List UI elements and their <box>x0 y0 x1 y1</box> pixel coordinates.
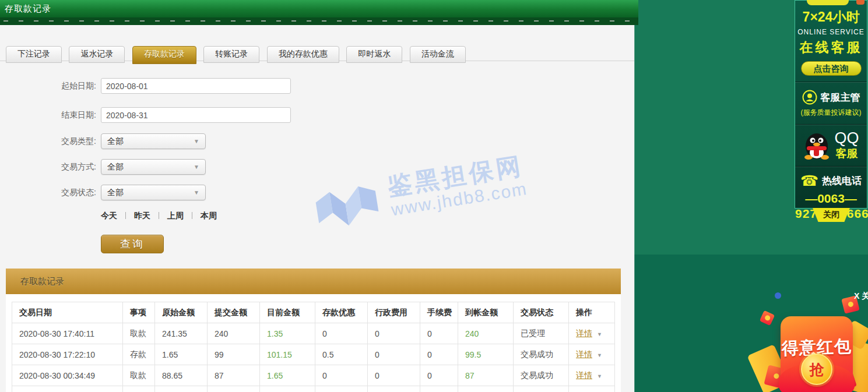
col-fee: 手续费 <box>420 302 458 323</box>
cell-received: 99.5 <box>458 344 514 365</box>
page-title: 存取款记录 <box>0 0 638 15</box>
tab-bar: 下注记录 返水记录 存取款记录 转账记录 我的存款优惠 即时返水 活动金流 <box>6 45 470 61</box>
service-hours-text: 7×24小时 <box>795 8 867 26</box>
phone-icon: ☎ <box>800 174 818 188</box>
tab-activity-flow[interactable]: 活动金流 <box>410 46 466 63</box>
table-header-row: 交易日期 事项 原始金额 提交金额 目前金额 存款优惠 行政费用 手续费 到帐金… <box>12 302 615 323</box>
cell-received: 240 <box>458 323 514 344</box>
cell-date: 2020-08-30 17:40:11 <box>12 323 123 344</box>
quick-link-this-week[interactable]: 本周 <box>201 211 217 220</box>
quick-link-yesterday[interactable]: 昨天 <box>134 211 150 220</box>
service-manager-title: 客服主管 <box>821 91 860 104</box>
cell-status: 交易成功 <box>514 365 569 386</box>
cell-date: 2020-08-30 00:34:49 <box>12 365 123 386</box>
chevron-down-icon[interactable]: ▼ <box>597 373 602 379</box>
quick-date-links: 今天昨天上周本周 <box>101 211 217 221</box>
col-submitted: 提交金额 <box>208 302 260 323</box>
tab-rebate-records[interactable]: 返水记录 <box>69 46 125 63</box>
cell-action: 详情▼ <box>569 344 615 365</box>
page-header: 存取款记录 <box>0 0 638 17</box>
transaction-type-select[interactable]: 全部 ▼ <box>101 133 206 149</box>
quick-link-last-week[interactable]: 上周 <box>167 211 184 220</box>
cell-item: 取款 <box>123 365 155 386</box>
grab-coin-button[interactable]: 抢 <box>801 354 832 385</box>
cell-current: 101.15 <box>260 344 315 365</box>
cell-date: 2020-08-30 17:22:10 <box>12 344 123 365</box>
transaction-type-value: 全部 <box>107 136 124 146</box>
cell-status: 交易成功 <box>514 344 569 365</box>
col-status: 交易状态 <box>514 302 569 323</box>
transaction-method-select[interactable]: 全部 ▼ <box>101 159 206 175</box>
detail-link[interactable]: 详情 <box>576 349 592 359</box>
hotline-title: 热线电话 <box>822 174 862 188</box>
tab-deposit-bonus[interactable]: 我的存款优惠 <box>267 46 339 63</box>
records-page: 存取款记录 下注记录 返水记录 存取款记录 转账记录 我的存款优惠 即时返水 活… <box>0 0 634 392</box>
cell-bonus: 0 <box>315 323 368 344</box>
cell-status: 已受理 <box>514 323 569 344</box>
cell-admin-fee: 0 <box>368 344 420 365</box>
query-button[interactable]: 查询 <box>101 235 164 253</box>
qq-penguin-icon <box>803 130 831 161</box>
end-date-label: 结束日期: <box>0 110 96 121</box>
records-table: 交易日期 事项 原始金额 提交金额 目前金额 存款优惠 行政费用 手续费 到帐金… <box>12 302 615 392</box>
headset-icon <box>802 90 817 105</box>
cell-original: 88.65 <box>155 365 208 386</box>
tab-bet-records[interactable]: 下注记录 <box>6 46 62 63</box>
tab-instant-rebate[interactable]: 即时返水 <box>346 46 402 63</box>
detail-link[interactable]: 详情 <box>576 329 592 338</box>
detail-link[interactable]: 详情 <box>576 370 592 380</box>
col-received: 到帐金额 <box>458 302 514 323</box>
quick-link-today[interactable]: 今天 <box>101 211 117 220</box>
col-admin-fee: 行政费用 <box>368 302 420 323</box>
col-item: 事项 <box>123 302 155 323</box>
online-support-text: 在线客服 <box>795 38 867 56</box>
widget-top-tab <box>807 0 849 5</box>
divider <box>159 212 159 219</box>
chevron-down-icon: ▼ <box>194 134 199 149</box>
end-date-input[interactable] <box>101 107 291 123</box>
transaction-status-value: 全部 <box>107 188 124 197</box>
cell-original: 241.35 <box>155 323 208 344</box>
col-date: 交易日期 <box>12 302 123 323</box>
cell-action: 详情▼ <box>569 323 615 344</box>
divider <box>192 212 192 219</box>
transaction-method-value: 全部 <box>107 162 124 171</box>
chevron-down-icon[interactable]: ▼ <box>597 331 602 337</box>
transaction-status-label: 交易状态: <box>0 188 96 198</box>
online-service-text: ONLINE SERVICE <box>795 28 867 36</box>
promo-close-button[interactable]: X 关 <box>854 291 868 302</box>
chevron-down-icon[interactable]: ▼ <box>597 352 602 358</box>
qq-service-section[interactable]: QQ 客服 <box>795 125 867 166</box>
cell-current: 1.65 <box>260 365 315 386</box>
col-bonus: 存款优惠 <box>315 302 368 323</box>
cell-submitted: 99 <box>208 344 260 365</box>
records-panel-header: 存取款记录 <box>6 269 621 294</box>
hotline-prefix: —0063— <box>795 192 867 206</box>
qq-service-text: 客服 <box>834 146 859 161</box>
transaction-status-select[interactable]: 全部 ▼ <box>101 185 206 200</box>
divider <box>125 212 126 219</box>
chevron-down-icon: ▼ <box>194 160 199 174</box>
records-panel-body: 交易日期 事项 原始金额 提交金额 目前金额 存款优惠 行政费用 手续费 到帐金… <box>6 294 621 392</box>
chevron-down-icon: ▼ <box>194 185 199 200</box>
cell-submitted: 240 <box>208 323 260 344</box>
service-manager-section[interactable]: 客服主管 (服务质量投诉建议) <box>795 83 867 124</box>
cell-fee: 0 <box>420 344 458 365</box>
col-current: 目前金额 <box>260 302 315 323</box>
customer-service-widget: 7×24小时 ONLINE SERVICE 在线客服 点击咨询 客服主管 (服务… <box>795 0 867 209</box>
consult-button[interactable]: 点击咨询 <box>801 61 862 76</box>
table-row-partial <box>12 386 615 392</box>
cell-submitted: 87 <box>208 365 260 386</box>
widget-close-button[interactable]: 关闭 <box>813 208 850 222</box>
tab-deposit-withdrawal-records[interactable]: 存取款记录 <box>132 46 196 64</box>
cell-bonus: 0 <box>315 365 368 386</box>
cell-fee: 0 <box>420 323 458 344</box>
widget-top-dot <box>856 0 865 5</box>
cell-bonus: 0.5 <box>315 344 368 365</box>
col-original: 原始金额 <box>155 302 208 323</box>
table-row: 2020-08-30 17:22:10 存款 1.65 99 101.15 0.… <box>12 344 615 365</box>
transaction-method-label: 交易方式: <box>0 162 96 172</box>
start-date-input[interactable] <box>101 78 291 94</box>
transaction-type-label: 交易类型: <box>0 136 96 147</box>
tab-transfer-records[interactable]: 转账记录 <box>203 46 259 63</box>
